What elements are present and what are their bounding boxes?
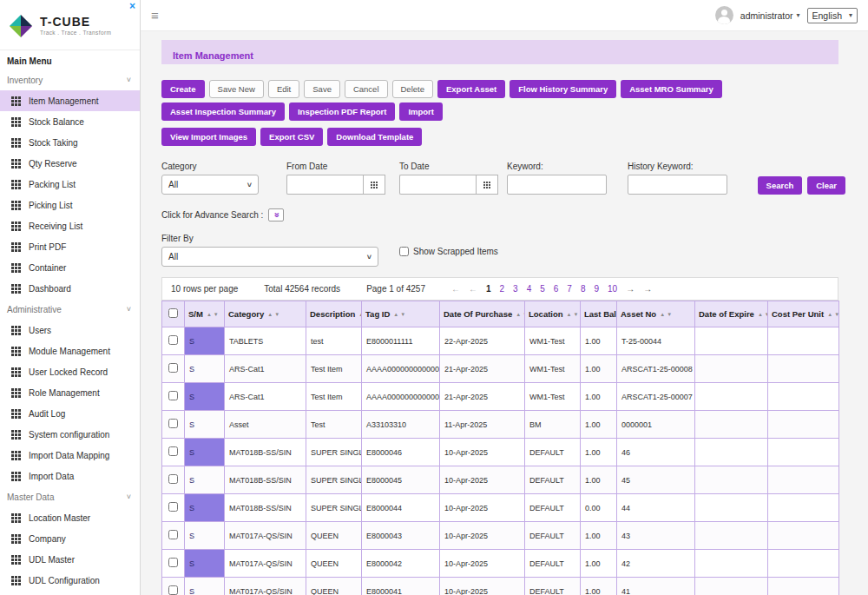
category-select[interactable]: All ˅ [161, 175, 259, 195]
sidebar-close-icon[interactable]: × [129, 1, 135, 11]
language-select[interactable]: English ▾ [807, 8, 858, 23]
sidebar-item-import-data[interactable]: Import Data [0, 466, 140, 486]
page-4-button[interactable]: 4 [527, 284, 532, 294]
delete-button[interactable]: Delete [392, 80, 433, 98]
history-keyword-input[interactable] [628, 175, 727, 195]
page-8-button[interactable]: 8 [581, 284, 586, 294]
page-1-button[interactable]: 1 [486, 284, 491, 294]
table-row[interactable]: SMAT017A-QS/SINQUEENE800004110-Apr-2025D… [162, 578, 839, 595]
table-row[interactable]: SMAT017A-QS/SINQUEENE800004310-Apr-2025D… [162, 522, 839, 550]
sidebar-item-picking-list[interactable]: Picking List [0, 195, 140, 215]
row-checkbox[interactable] [168, 530, 178, 539]
column-header-date-of-expire[interactable]: Date of Expire▲▼ [695, 301, 768, 327]
column-header-description[interactable]: Description▲▼ [306, 301, 362, 327]
table-row[interactable]: STABLETStestE800001111122-Apr-2025WM1-Te… [162, 327, 839, 355]
table-row[interactable]: SMAT018B-SS/SINSUPER SINGLEE800004510-Ap… [162, 466, 839, 494]
edit-button[interactable]: Edit [268, 80, 299, 98]
sidebar-item-location-master[interactable]: Location Master [0, 507, 140, 528]
select-all-checkbox[interactable] [168, 308, 178, 318]
search-button[interactable]: Search [758, 176, 803, 195]
sort-desc-icon[interactable]: ▼ [214, 312, 219, 317]
row-checkbox[interactable] [168, 585, 178, 595]
sidebar-item-stock-balance[interactable]: Stock Balance [0, 111, 140, 132]
sidebar-item-container[interactable]: Container [0, 257, 140, 278]
row-checkbox[interactable] [168, 446, 178, 456]
column-header-tag-id[interactable]: Tag ID▲▼ [362, 301, 440, 327]
row-checkbox[interactable] [168, 335, 178, 345]
column-header-s-m[interactable]: S/M▲▼ [185, 301, 225, 327]
calendar-icon-button[interactable] [363, 175, 385, 195]
menu-icon[interactable]: ≡ [151, 8, 159, 23]
sort-desc-icon[interactable]: ▼ [834, 312, 838, 317]
export-csv-button[interactable]: Export CSV [260, 128, 323, 146]
column-header-asset-no[interactable]: Asset No▲▼ [617, 301, 695, 327]
flow-history-summary-button[interactable]: Flow History Summary [510, 80, 616, 98]
table-row[interactable]: SARS-Cat1Test ItemAAAA000000000000221-Ap… [162, 355, 839, 383]
row-checkbox[interactable] [168, 474, 178, 484]
sidebar-item-stock-taking[interactable]: Stock Taking [0, 132, 140, 153]
export-asset-button[interactable]: Export Asset [437, 80, 505, 98]
sort-asc-icon[interactable]: ▲ [660, 312, 665, 317]
sidebar-item-user-locked-record[interactable]: User Locked Record [0, 361, 140, 382]
sort-asc-icon[interactable]: ▲ [758, 312, 763, 317]
column-header-date-of-purchase[interactable]: Date Of Purchase▲▼ [440, 301, 525, 327]
page-9-button[interactable]: 9 [594, 284, 599, 294]
sort-desc-icon[interactable]: ▼ [765, 312, 768, 317]
sort-asc-icon[interactable]: ▲ [827, 312, 832, 317]
row-checkbox[interactable] [168, 419, 178, 428]
first-page-button[interactable]: ← [451, 284, 460, 294]
column-header-category[interactable]: Category▲▼ [225, 301, 306, 327]
sidebar-item-audit-log[interactable]: Audit Log [0, 403, 140, 424]
row-checkbox[interactable] [168, 391, 178, 400]
table-row[interactable]: SAssetTestA3310331011-Apr-2025BM1.000000… [162, 411, 839, 439]
sort-desc-icon[interactable]: ▼ [274, 312, 279, 317]
calendar-icon-button[interactable] [476, 175, 498, 195]
sidebar-item-item-management[interactable]: Item Management [0, 90, 140, 111]
avatar[interactable] [715, 6, 733, 24]
table-row[interactable]: SMAT018B-SS/SINSUPER SINGLEE800004410-Ap… [162, 494, 839, 522]
sidebar-item-import-data-mapping[interactable]: Import Data Mapping [0, 445, 140, 466]
page-6-button[interactable]: 6 [554, 284, 559, 294]
show-scrapped-option[interactable]: Show Scrapped Items [399, 247, 498, 256]
import-button[interactable]: Import [399, 102, 443, 121]
table-row[interactable]: SMAT017A-QS/SINQUEENE800004210-Apr-2025D… [162, 550, 839, 578]
sidebar-item-print-pdf[interactable]: Print PDF [0, 236, 140, 257]
advance-search-toggle[interactable]: « [268, 208, 284, 221]
sort-asc-icon[interactable]: ▲ [516, 312, 521, 317]
sidebar-section-administrative[interactable]: Administrative˅ [0, 299, 140, 320]
cancel-button[interactable]: Cancel [345, 80, 388, 98]
page-7-button[interactable]: 7 [567, 284, 572, 294]
download-template-button[interactable]: Download Template [327, 128, 422, 146]
next-page-button[interactable]: → [626, 284, 635, 294]
sort-asc-icon[interactable]: ▲ [207, 312, 212, 317]
row-checkbox[interactable] [168, 363, 178, 373]
create-button[interactable]: Create [161, 80, 205, 98]
sidebar-item-role-management[interactable]: Role Management [0, 382, 140, 403]
asset-mro-summary-button[interactable]: Asset MRO Summary [621, 80, 722, 98]
sidebar-section-master-data[interactable]: Master Data˅ [0, 486, 140, 507]
sort-asc-icon[interactable]: ▲ [393, 312, 398, 317]
asset-inspection-summary-button[interactable]: Asset Inspection Summary [161, 102, 285, 121]
last-page-button[interactable]: → [643, 284, 652, 294]
sidebar-item-dashboard[interactable]: Dashboard [0, 278, 140, 299]
save-button[interactable]: Save [304, 80, 340, 98]
inspection-pdf-report-button[interactable]: Inspection PDF Report [289, 102, 395, 121]
sort-asc-icon[interactable]: ▲ [567, 312, 572, 317]
sort-desc-icon[interactable]: ▼ [400, 312, 405, 317]
sidebar-item-company[interactable]: Company [0, 528, 140, 549]
sidebar-item-users[interactable]: Users [0, 320, 140, 340]
user-menu[interactable]: administrator ▾ [740, 10, 800, 21]
to-date-input[interactable] [399, 175, 476, 195]
table-row[interactable]: SARS-Cat1Test ItemAAAA000000000000121-Ap… [162, 383, 839, 411]
page-2-button[interactable]: 2 [500, 284, 505, 294]
view-import-images-button[interactable]: View Import Images [161, 128, 256, 146]
sidebar-item-system-configuration[interactable]: System configuration [0, 424, 140, 445]
sidebar-item-receiving-list[interactable]: Receiving List [0, 215, 140, 236]
table-row[interactable]: SMAT018B-SS/SINSUPER SINGLEE800004610-Ap… [162, 439, 839, 466]
column-header-cost-per-unit[interactable]: Cost Per Unit▲▼ [768, 301, 839, 327]
sidebar-item-udl-master[interactable]: UDL Master [0, 549, 140, 570]
sort-asc-icon[interactable]: ▲ [267, 312, 273, 317]
sort-desc-icon[interactable]: ▼ [574, 312, 579, 317]
page-3-button[interactable]: 3 [513, 284, 518, 294]
from-date-input[interactable] [286, 175, 363, 195]
